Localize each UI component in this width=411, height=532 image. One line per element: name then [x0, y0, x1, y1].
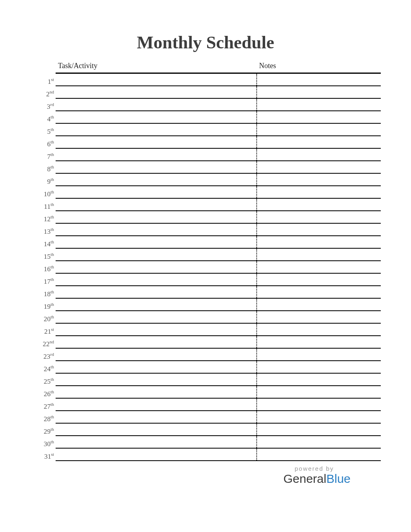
task-cell[interactable] [56, 298, 257, 311]
notes-cell[interactable] [257, 273, 381, 286]
notes-cell[interactable] [257, 111, 381, 123]
day-label: 28th [30, 411, 56, 423]
notes-cell[interactable] [257, 173, 381, 186]
day-number: 22 [43, 340, 50, 348]
notes-cell[interactable] [257, 248, 381, 261]
notes-cell[interactable] [257, 186, 381, 198]
notes-cell[interactable] [257, 336, 381, 348]
task-cell[interactable] [56, 198, 257, 211]
task-cell[interactable] [56, 248, 257, 261]
day-label: 16th [30, 261, 56, 273]
day-label: 11th [30, 198, 56, 211]
task-cell[interactable] [56, 148, 257, 161]
task-cell[interactable] [56, 261, 257, 273]
notes-cell[interactable] [257, 311, 381, 323]
notes-cell[interactable] [257, 198, 381, 211]
task-cell[interactable] [56, 411, 257, 423]
day-number: 18 [44, 290, 50, 298]
notes-cell[interactable] [257, 398, 381, 411]
table-row: 2nd [30, 86, 381, 98]
task-cell[interactable] [56, 186, 257, 198]
day-suffix: th [50, 189, 54, 194]
notes-cell[interactable] [257, 261, 381, 273]
day-suffix: th [50, 377, 54, 382]
notes-cell[interactable] [257, 298, 381, 311]
day-suffix: th [50, 402, 54, 407]
table-row: 26th [30, 386, 381, 398]
task-cell[interactable] [56, 311, 257, 323]
day-label: 5th [30, 123, 56, 136]
table-row: 1st [30, 73, 381, 86]
notes-cell[interactable] [257, 386, 381, 398]
task-cell[interactable] [56, 323, 257, 336]
task-cell[interactable] [56, 223, 257, 236]
task-cell[interactable] [56, 136, 257, 148]
task-cell[interactable] [56, 348, 257, 361]
header-notes: Notes [257, 60, 381, 73]
notes-cell[interactable] [257, 98, 381, 111]
notes-cell[interactable] [257, 423, 381, 436]
task-cell[interactable] [56, 436, 257, 448]
task-cell[interactable] [56, 236, 257, 248]
day-number: 10 [44, 190, 50, 198]
day-suffix: th [50, 127, 54, 132]
notes-cell[interactable] [257, 286, 381, 298]
notes-cell[interactable] [257, 236, 381, 248]
table-row: 12th [30, 211, 381, 223]
task-cell[interactable] [56, 423, 257, 436]
notes-cell[interactable] [257, 411, 381, 423]
notes-cell[interactable] [257, 373, 381, 386]
notes-cell[interactable] [257, 123, 381, 136]
task-cell[interactable] [56, 73, 257, 86]
notes-cell[interactable] [257, 148, 381, 161]
task-cell[interactable] [56, 98, 257, 111]
day-number: 21 [44, 328, 51, 335]
notes-cell[interactable] [257, 136, 381, 148]
task-cell[interactable] [56, 211, 257, 223]
task-cell[interactable] [56, 111, 257, 123]
day-suffix: nd [50, 339, 54, 344]
notes-cell[interactable] [257, 361, 381, 373]
schedule-table: Task/Activity Notes 1st2nd3rd4th5th6th7t… [30, 60, 381, 461]
notes-cell[interactable] [257, 211, 381, 223]
day-label: 29th [30, 423, 56, 436]
task-cell[interactable] [56, 336, 257, 348]
notes-cell[interactable] [257, 323, 381, 336]
notes-cell[interactable] [257, 223, 381, 236]
day-suffix: th [50, 427, 54, 432]
notes-cell[interactable] [257, 448, 381, 461]
notes-cell[interactable] [257, 348, 381, 361]
task-cell[interactable] [56, 173, 257, 186]
day-label: 7th [30, 148, 56, 161]
task-cell[interactable] [56, 361, 257, 373]
day-number: 28 [44, 415, 50, 423]
day-number: 17 [44, 278, 50, 285]
task-cell[interactable] [56, 386, 257, 398]
day-label: 18th [30, 286, 56, 298]
task-cell[interactable] [56, 448, 257, 461]
day-suffix: st [51, 77, 54, 82]
day-number: 3 [47, 103, 50, 110]
notes-cell[interactable] [257, 86, 381, 98]
day-number: 27 [44, 403, 50, 410]
notes-cell[interactable] [257, 436, 381, 448]
day-label: 2nd [30, 86, 56, 98]
day-suffix: nd [50, 89, 54, 94]
task-cell[interactable] [56, 123, 257, 136]
day-suffix: st [51, 452, 54, 457]
table-row: 9th [30, 173, 381, 186]
day-suffix: th [50, 114, 54, 119]
task-cell[interactable] [56, 286, 257, 298]
day-label: 26th [30, 386, 56, 398]
notes-cell[interactable] [257, 161, 381, 173]
task-cell[interactable] [56, 161, 257, 173]
task-cell[interactable] [56, 373, 257, 386]
table-row: 8th [30, 161, 381, 173]
day-number: 15 [44, 253, 50, 260]
notes-cell[interactable] [257, 73, 381, 86]
task-cell[interactable] [56, 398, 257, 411]
task-cell[interactable] [56, 273, 257, 286]
table-row: 6th [30, 136, 381, 148]
day-suffix: th [50, 202, 54, 207]
task-cell[interactable] [56, 86, 257, 98]
